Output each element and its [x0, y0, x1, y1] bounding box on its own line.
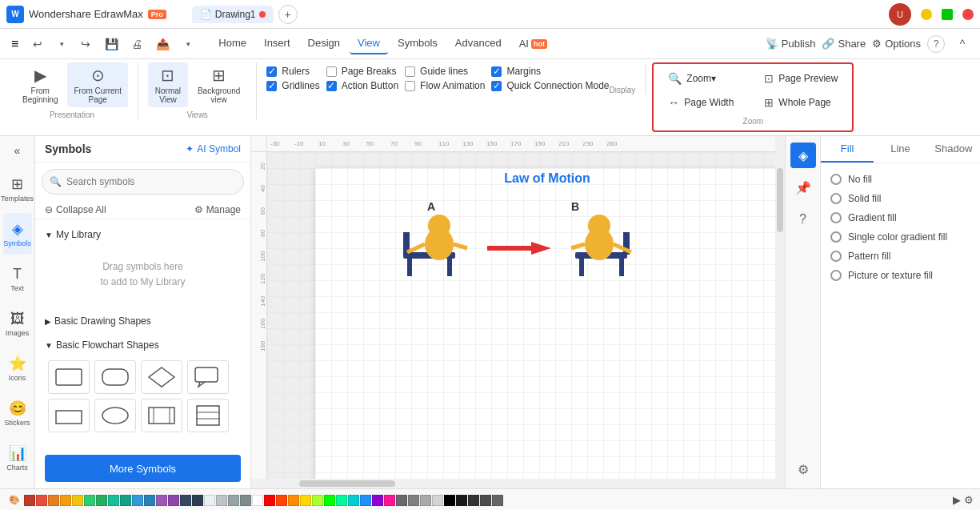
shape-hourglass[interactable]	[187, 399, 229, 432]
color-swatch[interactable]	[24, 495, 35, 506]
color-swatch[interactable]	[360, 495, 371, 506]
color-swatch[interactable]	[300, 495, 311, 506]
color-swatch[interactable]	[144, 495, 155, 506]
no-fill-radio[interactable]	[830, 174, 842, 185]
shape-rect2[interactable]	[48, 399, 90, 432]
canvas-inner[interactable]: Law of Motion A B	[267, 152, 775, 479]
gridlines-checkbox-row[interactable]: ✓ Gridlines	[266, 80, 319, 91]
color-swatch[interactable]	[324, 495, 335, 506]
color-swatch[interactable]	[480, 495, 491, 506]
menu-advanced[interactable]: Advanced	[447, 33, 510, 54]
my-library-header[interactable]: ▼ My Library	[45, 226, 241, 243]
pattern-fill-radio[interactable]	[830, 251, 842, 262]
sidebar-icons[interactable]: ⭐ Icons	[3, 347, 32, 389]
scrollbar-thumb-h[interactable]	[299, 480, 395, 487]
color-swatch[interactable]	[456, 495, 467, 506]
page-width-button[interactable]: ↔ Page Width	[663, 93, 746, 112]
add-tab-button[interactable]: +	[278, 5, 298, 24]
redo-button[interactable]: ↪	[74, 33, 97, 55]
right-fill-icon[interactable]: ◈	[790, 143, 816, 168]
page-breaks-checkbox-row[interactable]: Page Breaks	[326, 66, 398, 77]
pattern-fill-option[interactable]: Pattern fill	[827, 247, 974, 266]
color-swatch[interactable]	[84, 495, 95, 506]
color-swatch[interactable]	[420, 495, 431, 506]
color-swatch[interactable]	[108, 495, 119, 506]
shape-process[interactable]	[141, 399, 182, 432]
color-swatch[interactable]	[168, 495, 179, 506]
page-breaks-checkbox[interactable]	[326, 66, 337, 77]
tab-line[interactable]: Line	[874, 136, 926, 163]
color-swatch[interactable]	[48, 495, 59, 506]
shape-rectangle[interactable]	[48, 360, 90, 394]
print-button[interactable]: 🖨	[126, 33, 148, 55]
more-symbols-button[interactable]: More Symbols	[45, 455, 241, 482]
margins-checkbox[interactable]: ✓	[491, 66, 502, 77]
color-swatch[interactable]	[312, 495, 323, 506]
color-swatch[interactable]	[180, 495, 191, 506]
solid-fill-option[interactable]: Solid fill	[827, 189, 974, 208]
ai-symbol-button[interactable]: ✦ AI Symbol	[186, 143, 241, 155]
collapse-all-button[interactable]: ⊖ Collapse All	[45, 204, 106, 215]
basic-drawing-header[interactable]: ▶ Basic Drawing Shapes	[45, 312, 241, 330]
sidebar-text[interactable]: T Text	[3, 258, 32, 299]
left-collapse-button[interactable]: «	[6, 139, 29, 162]
tab-fill[interactable]: Fill	[821, 136, 874, 163]
color-swatch[interactable]	[492, 495, 503, 506]
color-swatch[interactable]	[372, 495, 383, 506]
guide-lines-checkbox[interactable]	[405, 66, 415, 77]
flow-animation-checkbox-row[interactable]: Flow Animation	[405, 80, 485, 91]
flow-animation-checkbox[interactable]	[405, 81, 415, 91]
menu-home[interactable]: Home	[210, 33, 254, 54]
scrollbar-thumb-v[interactable]	[777, 168, 783, 232]
right-help-icon[interactable]: ?	[790, 207, 816, 232]
menu-symbols[interactable]: Symbols	[390, 33, 446, 54]
color-swatch[interactable]	[132, 495, 143, 506]
help-button[interactable]: ?	[927, 35, 945, 53]
rulers-checkbox-row[interactable]: ✓ Rulers	[266, 66, 319, 77]
ribbon-from-beginning[interactable]: ▶ From Beginning	[16, 62, 64, 107]
sidebar-stickers[interactable]: 😊 Stickers	[3, 392, 32, 434]
collapse-ribbon-button[interactable]: ^	[951, 33, 974, 55]
shape-diamond[interactable]	[141, 360, 182, 394]
ribbon-background-view[interactable]: ⊞ Backgroundview	[191, 62, 246, 107]
color-swatch[interactable]	[276, 495, 287, 506]
ribbon-from-current[interactable]: ⊙ From CurrentPage	[67, 62, 127, 107]
no-fill-option[interactable]: No fill	[827, 170, 974, 189]
single-color-gradient-option[interactable]: Single color gradient fill	[827, 227, 974, 247]
quick-connection-checkbox-row[interactable]: ✓ Quick Connection Mode	[491, 80, 609, 91]
undo-dropdown[interactable]: ▾	[50, 33, 73, 55]
minimize-button[interactable]	[921, 9, 932, 20]
rulers-checkbox[interactable]: ✓	[266, 66, 277, 77]
tab-shadow[interactable]: Shadow	[927, 136, 980, 163]
menu-design[interactable]: Design	[300, 33, 348, 54]
gradient-fill-option[interactable]: Gradient fill	[827, 208, 974, 227]
shape-oval[interactable]	[94, 399, 136, 432]
color-swatch[interactable]	[444, 495, 455, 506]
color-swatch[interactable]	[36, 495, 47, 506]
quick-connection-checkbox[interactable]: ✓	[491, 81, 502, 91]
options-button[interactable]: ⚙Options	[872, 38, 921, 50]
shape-rounded-rect[interactable]	[94, 360, 136, 394]
right-settings-icon[interactable]: ⚙	[790, 456, 816, 482]
whole-page-button[interactable]: ⊞ Whole Page	[759, 93, 842, 112]
canvas-scrollbar-v[interactable]	[775, 152, 785, 479]
color-swatch[interactable]	[228, 495, 239, 506]
color-swatch[interactable]	[468, 495, 479, 506]
menu-view[interactable]: View	[350, 33, 388, 54]
action-button-checkbox-row[interactable]: ✓ Action Button	[326, 80, 398, 91]
color-swatch[interactable]	[336, 495, 347, 506]
menu-insert[interactable]: Insert	[256, 33, 298, 54]
color-swatch[interactable]	[96, 495, 107, 506]
undo-button[interactable]: ↩	[26, 33, 49, 55]
picture-texture-fill-radio[interactable]	[830, 270, 842, 281]
export-dropdown[interactable]: ▾	[177, 33, 199, 55]
basic-flowchart-header[interactable]: ▼ Basic Flowchart Shapes	[45, 336, 241, 354]
shape-speech-bubble[interactable]	[187, 360, 229, 394]
search-input[interactable]	[42, 169, 244, 195]
color-swatch[interactable]	[384, 495, 395, 506]
color-swatch[interactable]	[408, 495, 419, 506]
color-picker-tool[interactable]: 🎨	[6, 492, 22, 508]
drawing-tab[interactable]: 📄 Drawing1	[192, 6, 274, 23]
color-bar-settings[interactable]: ⚙	[964, 494, 974, 506]
picture-texture-fill-option[interactable]: Picture or texture fill	[827, 266, 974, 285]
